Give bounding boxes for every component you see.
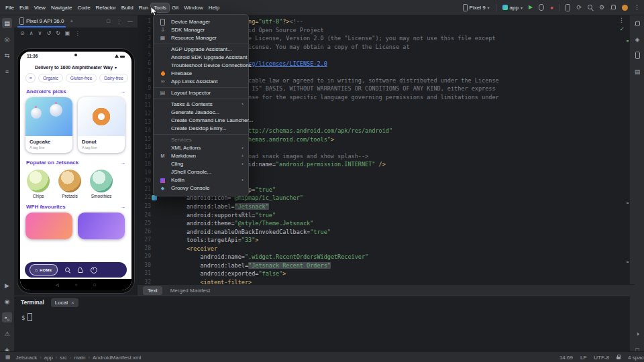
menubar-item-file[interactable]: File [3, 3, 17, 12]
menubar-item-run[interactable]: Run [136, 3, 152, 12]
rotate-right-button[interactable]: ↻ [56, 31, 60, 36]
gradle-tool-button[interactable]: ◈ [633, 34, 643, 44]
tool-windows-icon[interactable]: ▦ [5, 355, 11, 360]
device-selector[interactable]: Pixel 9 ▾ [463, 4, 490, 11]
layout-inspector-tool-button[interactable]: ▤ [633, 66, 643, 76]
nav-profile-icon[interactable] [91, 267, 97, 274]
menu-item-markdown[interactable]: Markdown› [154, 152, 248, 160]
line-ending[interactable]: LF [580, 355, 586, 361]
readonly-lock-icon[interactable] [616, 355, 621, 360]
power-button[interactable]: ⊙ [20, 31, 25, 36]
menu-item-device-manager[interactable]: Device Manager [154, 18, 248, 26]
more-options-icon[interactable]: ⋮ [115, 18, 123, 24]
snapshot-button[interactable]: ▣ [65, 31, 70, 36]
device-manager-button[interactable] [566, 4, 570, 11]
menu-item-sdk-manager[interactable]: SDK Manager [154, 26, 248, 34]
device-more-button[interactable]: ⋮ [74, 31, 80, 36]
menu-item-tasks-contexts[interactable]: Tasks & Contexts› [154, 101, 248, 109]
home-button[interactable]: ○ [75, 283, 78, 287]
more-actions-button[interactable]: ⋮ [634, 5, 640, 11]
back-button[interactable]: ◁ [56, 283, 59, 287]
device-explorer-tool-button[interactable] [633, 50, 643, 60]
breadcrumb-item-app[interactable]: app [44, 355, 52, 361]
stop-button[interactable]: ■ [550, 5, 553, 10]
inspections-ok-icon[interactable]: ✓ [619, 25, 625, 32]
menubar-item-view[interactable]: View [32, 3, 48, 12]
app-inspection-tool-button[interactable]: ◉ [2, 296, 12, 306]
menu-item-agp-upgrade-assistant[interactable]: AGP Upgrade Assistant... [154, 46, 248, 54]
menu-item-jshell-console[interactable]: JShell Console... [154, 168, 248, 176]
menubar-item-navigate[interactable]: Navigate [48, 3, 75, 12]
tab-merged-manifest[interactable]: Merged Manifest [166, 286, 215, 295]
terminal-tool-button[interactable]: >_ [2, 312, 12, 322]
search-everywhere-button[interactable] [588, 5, 593, 10]
nav-home-button[interactable]: ⌂ HOME [30, 264, 58, 276]
pull-requests-tool-button[interactable]: ⇆ [2, 50, 12, 60]
indent-setting[interactable]: 4 spaces [628, 355, 644, 361]
filter-chip-organic[interactable]: Organic [38, 74, 63, 82]
structure-tool-button[interactable]: ≡ [2, 66, 12, 76]
phone-screen[interactable]: 11:36 Delivery to 1600 Amphitheater Way … [20, 52, 131, 290]
sync-project-button[interactable]: ⟳ [576, 5, 582, 11]
snack-item-pretzels[interactable]: Pretzels [58, 170, 81, 198]
menu-item-create-command-line-launcher[interactable]: Create Command Line Launcher... [154, 117, 248, 125]
filter-chip-dairy-free[interactable]: Dairy-free [99, 74, 128, 82]
snack-item-smoothies[interactable]: Smoothies [90, 170, 113, 198]
menu-item-cling[interactable]: Cling› [154, 160, 248, 168]
arrow-forward-icon[interactable]: → [120, 204, 125, 210]
menu-item-groovy-console[interactable]: Groovy Console [154, 184, 248, 192]
menu-item-resource-manager[interactable]: Resource Manager [154, 34, 248, 42]
menubar-item-help[interactable]: Help [206, 3, 222, 12]
device-tab[interactable]: Pixel 9 API 36.0 [17, 15, 66, 27]
breadcrumb-item-src[interactable]: src [60, 355, 67, 361]
debug-button[interactable] [539, 4, 544, 11]
snack-card-cupcake[interactable]: CupcakeA tag line [25, 97, 72, 153]
breadcrumb-item-jetsnack[interactable]: Jetsnack [16, 355, 38, 361]
menu-item-layout-inspector[interactable]: Layout Inspector [154, 89, 248, 97]
editor-options-icon[interactable]: ⋮ [619, 17, 625, 23]
menubar-item-refactor[interactable]: Refactor [93, 3, 119, 12]
delivery-address-selector[interactable]: Delivery to 1600 Amphitheater Way ▾ [20, 65, 131, 70]
menu-item-create-desktop-entry[interactable]: Create Desktop Entry... [154, 125, 248, 133]
breadcrumb-item-androidmanifest-xml[interactable]: AndroidManifest.xml [93, 355, 141, 361]
menu-item-generate-javadoc[interactable]: Generate Javadoc... [154, 109, 248, 117]
snack-card[interactable] [78, 213, 125, 239]
terminal-tab-local[interactable]: Local × [51, 298, 78, 307]
app-quality-insights-tool-button[interactable]: ◑ [633, 328, 643, 339]
settings-button[interactable]: ⚙ [599, 5, 604, 11]
nav-search-icon[interactable] [65, 267, 70, 273]
menubar-item-build[interactable]: Build [119, 3, 136, 12]
tab-text[interactable]: Text [143, 286, 162, 295]
nav-cart-icon[interactable] [78, 267, 83, 273]
menubar-item-git[interactable]: Git [169, 3, 181, 12]
menu-item-android-sdk-upgrade-assistant[interactable]: Android SDK Upgrade Assistant [154, 54, 248, 62]
close-icon[interactable]: × [71, 300, 74, 306]
snack-item-chips[interactable]: Chips [27, 170, 50, 198]
run-button[interactable]: ▶ [529, 5, 533, 10]
recents-button[interactable]: □ [93, 283, 96, 287]
caret-position[interactable]: 14:69 [559, 355, 573, 361]
filter-chip-gluten-free[interactable]: Gluten-free [66, 74, 97, 82]
problems-tool-button[interactable]: ⚠ [2, 328, 12, 339]
filters-button[interactable]: ≡ [25, 73, 36, 83]
menu-item-app-links-assistant[interactable]: App Links Assistant [154, 78, 248, 86]
menubar-item-window[interactable]: Window [181, 3, 205, 12]
user-avatar[interactable] [622, 5, 628, 11]
menu-item-xml-actions[interactable]: XML Actions› [154, 144, 248, 152]
volume-down-button[interactable]: ∨ [38, 31, 42, 36]
hide-panel-icon[interactable]: — [126, 18, 134, 24]
add-device-button[interactable]: + [68, 18, 74, 24]
run-tool-button[interactable]: ▶ [2, 280, 12, 290]
volume-up-button[interactable]: ∧ [30, 31, 34, 36]
run-configuration-selector[interactable]: app ▾ [502, 5, 523, 11]
arrow-forward-icon[interactable]: → [120, 160, 125, 166]
commit-tool-button[interactable]: ◎ [2, 34, 12, 44]
menu-item-firebase[interactable]: Firebase [154, 70, 248, 78]
arrow-forward-icon[interactable]: → [120, 88, 125, 95]
menubar-item-edit[interactable]: Edit [17, 3, 32, 12]
snack-card-donut[interactable]: DonutA tag line [78, 97, 125, 153]
menubar-item-code[interactable]: Code [74, 3, 93, 12]
terminal-output[interactable]: $ [14, 308, 629, 321]
menu-item-troubleshoot-device-connections[interactable]: Troubleshoot Device Connections [154, 62, 248, 70]
project-tool-button[interactable]: ▤ [2, 18, 12, 28]
